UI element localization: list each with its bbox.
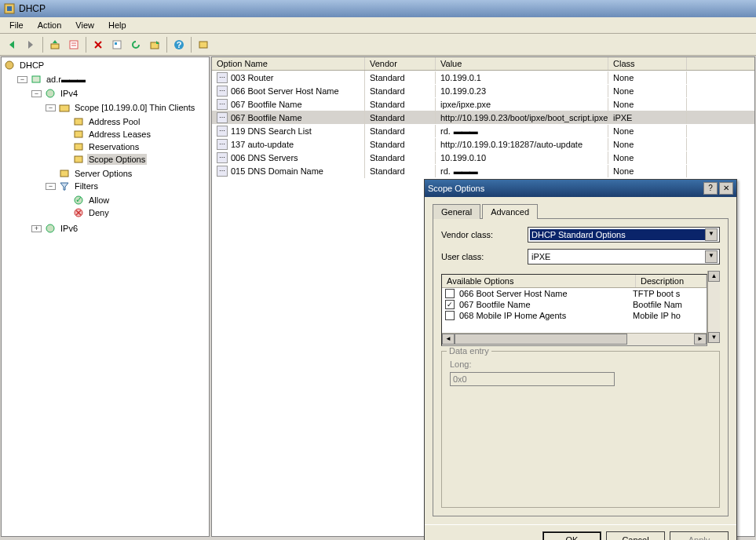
tree-server-options[interactable]: Server Options (8, 167, 203, 180)
svg-marker-5 (53, 40, 57, 43)
tree-ipv6[interactable]: + IPv6 (6, 222, 204, 235)
list-row[interactable]: ⋯006 DNS ServersStandard10.199.0.10None (212, 151, 754, 164)
properties-button[interactable] (65, 36, 82, 53)
col-vendor[interactable]: Vendor (365, 57, 436, 70)
tree-ipv4[interactable]: − IPv4 (6, 87, 204, 100)
svg-marker-2 (9, 41, 14, 49)
tree-reservations[interactable]: Reservations (9, 140, 201, 153)
long-input (450, 372, 615, 386)
option-row[interactable]: 068 Mobile IP Home AgentsMobile IP ho (442, 310, 707, 321)
refresh-button[interactable] (127, 36, 144, 53)
vendor-class-label: Vendor class: (441, 230, 528, 239)
tab-general[interactable]: General (433, 204, 480, 219)
scroll-right-button[interactable]: ► (694, 334, 707, 345)
configure-button[interactable] (108, 36, 126, 53)
option-row[interactable]: 066 Boot Server Host NameTFTP boot s (442, 288, 707, 299)
cancel-button[interactable]: Cancel (606, 531, 665, 540)
data-entry-legend: Data entry (447, 346, 491, 356)
tree-scope-options[interactable]: Scope Options (9, 153, 201, 166)
collapse-toggle[interactable]: − (46, 183, 56, 190)
vertical-scrollbar[interactable]: ▲ ▼ (707, 271, 720, 343)
list-row[interactable]: ⋯066 Boot Server Host NameStandard10.199… (212, 84, 754, 97)
svg-rect-26 (60, 170, 68, 177)
list-row[interactable]: ⋯003 RouterStandard10.199.0.1None (212, 71, 754, 84)
tree-server[interactable]: − ad.r (5, 73, 206, 86)
tree-deny[interactable]: Deny (9, 206, 201, 219)
delete-button[interactable] (89, 36, 107, 53)
ok-button[interactable]: OK (542, 531, 601, 540)
col-class[interactable]: Class (608, 57, 687, 70)
svg-rect-1 (7, 6, 12, 11)
menu-action[interactable]: Action (31, 19, 68, 31)
allow-icon: ✓ (72, 194, 85, 206)
option-checkbox[interactable] (445, 289, 455, 298)
dialog-title: Scope Options (428, 184, 484, 193)
forward-button[interactable] (22, 36, 39, 53)
collapse-toggle[interactable]: − (46, 104, 56, 111)
scroll-left-button[interactable]: ◄ (442, 334, 455, 345)
export-button[interactable] (146, 36, 163, 53)
tab-pane-advanced: Vendor class: DHCP Standard Options ▼ Us… (433, 218, 729, 516)
user-class-combo[interactable]: iPXE ▼ (528, 249, 720, 265)
menu-file[interactable]: File (3, 19, 30, 31)
tree-allow[interactable]: ✓ Allow (9, 194, 201, 206)
close-window-button[interactable]: ✕ (719, 182, 733, 195)
option-row[interactable]: ✓067 Bootfile NameBootfile Nam (442, 299, 707, 310)
option-checkbox[interactable]: ✓ (445, 300, 455, 309)
window-titlebar: DHCP (0, 0, 756, 17)
chevron-down-icon[interactable]: ▼ (705, 228, 718, 241)
horizontal-scrollbar[interactable]: ◄ ► (442, 333, 707, 345)
svg-text:?: ? (177, 40, 182, 49)
ipv6-icon (44, 222, 57, 235)
list-row[interactable]: ⋯067 Bootfile NameStandardhttp://10.199.… (212, 111, 754, 124)
tab-advanced[interactable]: Advanced (482, 204, 538, 219)
scroll-up-button[interactable]: ▲ (708, 271, 720, 282)
col-value[interactable]: Value (436, 57, 608, 70)
user-class-label: User class: (441, 252, 528, 261)
collapse-toggle[interactable]: − (17, 76, 27, 83)
up-button[interactable] (46, 36, 64, 53)
app-icon (3, 2, 16, 15)
col-description[interactable]: Description (636, 275, 707, 287)
vendor-class-combo[interactable]: DHCP Standard Options ▼ (528, 227, 720, 243)
deny-icon (72, 206, 85, 219)
help-button[interactable]: ? (170, 36, 188, 53)
option-icon: ⋯ (217, 126, 228, 137)
option-icon: ⋯ (217, 166, 228, 177)
dialog-titlebar[interactable]: Scope Options ? ✕ (425, 180, 736, 197)
collapse-toggle[interactable]: − (31, 90, 42, 97)
svg-rect-6 (70, 41, 78, 49)
scroll-thumb[interactable] (455, 334, 627, 345)
list-row[interactable]: ⋯067 Bootfile NameStandardipxe/ipxe.pxeN… (212, 97, 754, 111)
back-button[interactable] (3, 36, 20, 53)
help-window-button[interactable]: ? (703, 182, 718, 195)
filters-icon (58, 180, 71, 192)
option-icon: ⋯ (217, 112, 228, 123)
menu-help[interactable]: Help (102, 19, 133, 31)
list-row[interactable]: ⋯137 auto-updateStandardhttp://10.199.0.… (212, 137, 754, 151)
apply-button[interactable]: Apply (670, 531, 729, 540)
list-row[interactable]: ⋯119 DNS Search ListStandardrd.None (212, 124, 754, 137)
col-option-name[interactable]: Option Name (212, 57, 365, 70)
svg-rect-4 (51, 44, 59, 49)
svg-rect-25 (75, 156, 82, 162)
list-row[interactable]: ⋯015 DNS Domain NameStandardrd.None (212, 164, 754, 177)
tree-filters[interactable]: − Filters (8, 180, 203, 192)
chevron-down-icon[interactable]: ▼ (705, 250, 718, 263)
menu-view[interactable]: View (69, 19, 100, 31)
action-button[interactable] (195, 36, 212, 53)
expand-toggle[interactable]: + (31, 225, 42, 232)
tree-address-leases[interactable]: Address Leases (9, 128, 201, 140)
tree-root[interactable]: DHCP (3, 59, 207, 71)
svg-rect-21 (60, 105, 69, 111)
tree-address-pool[interactable]: Address Pool (9, 115, 201, 128)
dialog-button-row: OK Cancel Apply (425, 524, 736, 540)
list-body: ⋯003 RouterStandard10.199.0.1None⋯066 Bo… (212, 71, 754, 177)
long-label: Long: (450, 359, 711, 369)
svg-point-18 (5, 61, 13, 69)
tree-scope[interactable]: − Scope [10.199.0.0] Thin Clients (8, 101, 203, 114)
option-checkbox[interactable] (445, 311, 455, 320)
scroll-down-button[interactable]: ▼ (708, 332, 720, 343)
svg-marker-27 (60, 183, 68, 190)
col-available-options[interactable]: Available Options (442, 275, 636, 287)
